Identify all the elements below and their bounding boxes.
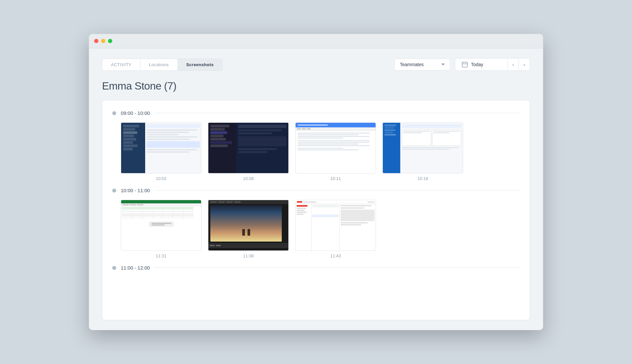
screenshot-thumb-1131[interactable] <box>121 200 201 251</box>
tab-activity[interactable]: ACTIVITY <box>102 59 141 70</box>
screenshot-time-1138: 11:38 <box>243 253 254 258</box>
time-block-header-9-10: 09:00 - 10:00 <box>112 110 520 116</box>
toolbar-right: Teammates Today ‹ › <box>394 58 530 71</box>
time-range-11-12: 11:00 - 12:00 <box>121 265 150 271</box>
calendar-icon <box>462 62 468 67</box>
teammates-label: Teammates <box>400 62 438 67</box>
screenshot-thumb-1002[interactable] <box>121 122 201 173</box>
time-range-10-11: 10:00 - 11:00 <box>121 188 150 193</box>
prev-date-button[interactable]: ‹ <box>508 59 519 70</box>
timeline-dot <box>112 189 116 193</box>
time-line <box>154 113 520 113</box>
ss-content <box>121 123 201 173</box>
screenshot-thumb-1018[interactable] <box>382 122 463 173</box>
time-line <box>154 190 520 191</box>
timeline-dot <box>112 266 116 270</box>
time-line <box>154 268 520 268</box>
page-heading: Emma Stone (7) <box>102 80 530 92</box>
screenshot-thumb-1008[interactable] <box>208 122 289 173</box>
screenshot-grid-9-10: 10:02 <box>121 122 520 181</box>
screenshot-time-1131: 11:31 <box>156 253 167 258</box>
screenshot-item[interactable]: 11:31 <box>121 200 201 258</box>
ss-content <box>208 200 288 250</box>
main-content: ACTIVITY Locations Screenshots Teammates <box>89 48 543 330</box>
main-panel: 09:00 - 10:00 <box>102 100 530 320</box>
time-block-9-10: 09:00 - 10:00 <box>112 110 520 181</box>
date-label: Today <box>471 62 483 67</box>
screenshot-time-1018: 10:18 <box>417 176 428 181</box>
app-window: ACTIVITY Locations Screenshots Teammates <box>89 34 543 330</box>
screenshot-thumb-1011[interactable] <box>295 122 376 173</box>
screenshot-thumb-1143[interactable] <box>295 200 376 251</box>
screenshot-time-1011: 10:11 <box>330 176 341 181</box>
date-nav: Today ‹ › <box>455 58 530 71</box>
ss-content <box>383 123 463 173</box>
ss-sidebar-dark <box>208 123 236 173</box>
chevron-down-icon <box>441 64 445 65</box>
traffic-lights <box>94 39 112 43</box>
titlebar <box>89 34 543 48</box>
ss-content <box>296 200 376 250</box>
screenshot-item[interactable]: 10:02 <box>121 122 201 181</box>
next-date-button[interactable]: › <box>519 59 530 70</box>
time-block-header-10-11: 10:00 - 11:00 <box>112 188 520 193</box>
time-block-10-11: 10:00 - 11:00 <box>112 188 520 258</box>
screenshot-item[interactable]: 10:08 <box>208 122 289 181</box>
ss-content <box>208 123 288 173</box>
time-range-9-10: 09:00 - 10:00 <box>121 110 150 116</box>
screenshot-item[interactable]: 10:11 <box>295 122 376 181</box>
screenshot-item[interactable]: 11:38 <box>208 200 289 258</box>
time-block-11-12: 11:00 - 12:00 <box>112 265 520 271</box>
ss-content <box>296 123 376 173</box>
screenshot-time-1143: 11:43 <box>330 253 341 258</box>
timeline-dot <box>112 111 116 115</box>
screenshot-thumb-1138[interactable] <box>208 200 289 251</box>
ss-content <box>121 200 201 250</box>
time-block-header-11-12: 11:00 - 12:00 <box>112 265 520 271</box>
svg-rect-0 <box>462 62 467 67</box>
ss-main-content <box>145 123 201 173</box>
close-button[interactable] <box>94 39 98 43</box>
toolbar: ACTIVITY Locations Screenshots Teammates <box>102 58 530 71</box>
minimize-button[interactable] <box>101 39 105 43</box>
screenshot-item[interactable]: 10:18 <box>382 122 463 181</box>
fullscreen-button[interactable] <box>108 39 112 43</box>
screenshot-grid-10-11: 11:31 <box>121 200 520 258</box>
screenshot-time-1008: 10:08 <box>243 176 254 181</box>
teammates-dropdown[interactable]: Teammates <box>394 59 450 70</box>
ss-sidebar <box>121 123 145 173</box>
tab-screenshots[interactable]: Screenshots <box>178 59 223 70</box>
tab-locations[interactable]: Locations <box>141 59 178 70</box>
screenshot-time-1002: 10:02 <box>156 176 167 181</box>
date-display: Today <box>455 59 508 70</box>
tab-bar: ACTIVITY Locations Screenshots <box>102 59 223 71</box>
screenshot-item[interactable]: 11:43 <box>295 200 376 258</box>
